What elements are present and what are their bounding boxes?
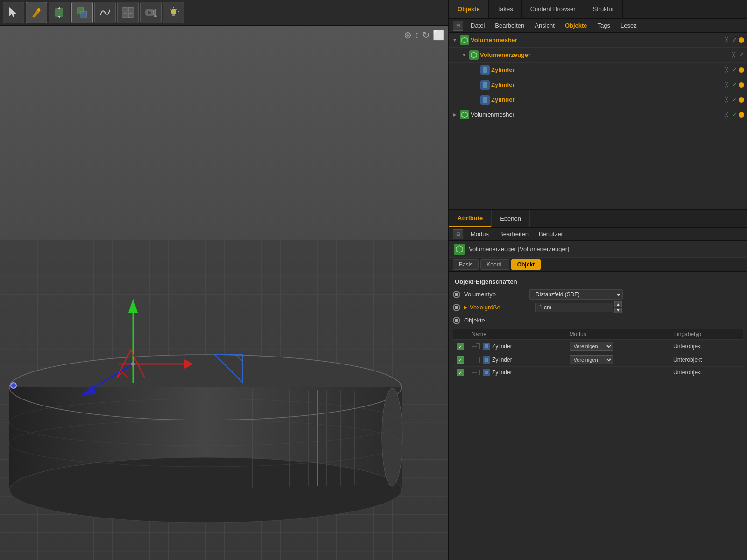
tab-struktur[interactable]: Struktur [584, 0, 623, 18]
tree-row-volumenmesher-2[interactable]: ▶ Volumenmesher ╳ ✓ [449, 107, 747, 122]
tool-rotate-cube[interactable] [71, 2, 93, 23]
tab-objekte[interactable]: Objekte [449, 0, 489, 18]
modus-select-2[interactable]: Vereinigen Subtrahieren Schneiden [570, 355, 613, 364]
red-gizmo [112, 345, 149, 383]
sub-tab-koord[interactable]: Koord. [480, 259, 509, 270]
tree-row-zylinder-1[interactable]: Zylinder ╳ ✓ [449, 63, 747, 77]
col-modus: Modus [566, 329, 669, 340]
tree-row-zylinder-2[interactable]: Zylinder ╳ ✓ [449, 77, 747, 92]
prop-input-voxelgroesse[interactable] [535, 303, 613, 312]
tool-light[interactable] [163, 2, 184, 23]
svg-rect-57 [485, 344, 488, 348]
check-icon-1: ✓ [732, 36, 737, 43]
expand-zylinder-2 [472, 81, 479, 89]
tree-actions-2: ╳ ✓ [729, 51, 744, 59]
svg-point-1 [37, 8, 40, 11]
tree-row-volumenmesher-1[interactable]: ▼ Volumenmesher ╳ ✓ [449, 33, 747, 48]
col-eingabetyp: Eingabetyp [669, 329, 743, 340]
object-menu-bar: ⊞ Datei Bearbeiten Ansicht Objekte Tags … [449, 19, 747, 33]
arrow-voxelgroesse: ▶ [464, 305, 468, 310]
svg-marker-50 [462, 37, 467, 43]
checkbox-2[interactable]: ✓ [453, 353, 468, 367]
tool-grid[interactable] [117, 2, 139, 23]
menu-ansicht[interactable]: Ansicht [530, 21, 559, 30]
sub-tab-objekt[interactable]: Objekt [511, 259, 541, 270]
attr-tabs-bar: Attribute Ebenen [449, 210, 747, 228]
check-icon-4: ✓ [732, 81, 737, 88]
checkbox-1[interactable]: ✓ [453, 340, 468, 353]
cross-icon-3: ╳ [722, 66, 731, 74]
prop-value-volumentyp[interactable]: Distanzfeld (SDF) Fog SDF [529, 289, 623, 300]
svg-marker-0 [9, 7, 16, 17]
svg-marker-3 [58, 7, 61, 9]
tree-actions-1: ╳ ✓ [722, 36, 744, 44]
check-icon-2: ✓ [739, 51, 744, 58]
icon-zylinder-2 [480, 80, 490, 90]
top-tabs-bar: Objekte Takes Content Browser Struktur [449, 0, 747, 19]
tool-select[interactable] [3, 2, 24, 23]
dot-5 [739, 97, 744, 103]
svg-marker-13 [154, 9, 156, 16]
svg-marker-48 [215, 355, 243, 383]
tool-move-cube[interactable] [49, 2, 70, 23]
tree-row-volumenerzeuger[interactable]: ▼ Volumenerzeuger ╳ ✓ [449, 48, 747, 63]
expand-zylinder-1 [472, 66, 479, 74]
attr-menu-bearbeiten[interactable]: Bearbeiten [494, 230, 533, 238]
svg-rect-9 [123, 13, 127, 18]
attr-menu-benutzer[interactable]: Benutzer [534, 230, 568, 238]
expand-volumenmesher-1[interactable]: ▼ [451, 36, 458, 44]
spinner-up[interactable]: ▲ [614, 301, 622, 307]
svg-marker-40 [128, 299, 138, 313]
viewport[interactable]: ⊕ ↕ ↻ ⬜ [0, 26, 448, 560]
menu-bearbeiten[interactable]: Bearbeiten [490, 21, 529, 30]
menu-objekte[interactable]: Objekte [560, 21, 592, 30]
obj-name-3: Zylinder [468, 367, 566, 378]
icon-zylinder-3 [480, 95, 490, 105]
obj-modus-2: Vereinigen Subtrahieren Schneiden [566, 353, 669, 367]
attr-menu-modus[interactable]: Modus [466, 230, 493, 238]
dot-1 [739, 37, 744, 43]
scene-tree: ▼ Volumenmesher ╳ ✓ ▼ Volumenerzeuger ╳ … [449, 33, 747, 210]
tab-content-browser[interactable]: Content Browser [522, 0, 585, 18]
expand-volumenmesher-2[interactable]: ▶ [451, 111, 458, 119]
prop-row-objekte: Objekte. . . . . [449, 314, 747, 327]
check-icon-3: ✓ [732, 66, 737, 73]
dot-6 [739, 112, 744, 118]
viewport-controls: ⊕ ↕ ↻ ⬜ [404, 29, 444, 41]
prop-radio-voxelgroesse[interactable] [453, 304, 460, 311]
attr-tab-attribute[interactable]: Attribute [449, 210, 492, 227]
attribute-panel: Attribute Ebenen ⊞ Modus Bearbeiten Benu… [449, 210, 747, 560]
checkbox-3[interactable]: ✓ [453, 367, 468, 378]
right-panel: Objekte Takes Content Browser Struktur ⊞… [448, 0, 747, 560]
tree-actions-6: ╳ ✓ [722, 111, 744, 119]
svg-rect-2 [56, 9, 63, 16]
icon-volumenerzeuger [469, 50, 479, 60]
obj-header-icon [454, 244, 465, 255]
col-name: Name [468, 329, 566, 340]
prop-radio-volumentyp[interactable] [453, 291, 460, 298]
prop-label-voxelgroesse: Voxelgröße [470, 304, 535, 311]
tool-camera[interactable] [140, 2, 162, 23]
attr-tab-ebenen[interactable]: Ebenen [492, 210, 530, 227]
obj-header: Volumenerzeuger [Volumenerzeuger] [449, 241, 747, 258]
svg-marker-56 [456, 246, 463, 252]
svg-rect-8 [128, 7, 133, 12]
tool-pen[interactable] [26, 2, 47, 23]
section-title: Objekt-Eigenschaften [449, 275, 747, 288]
sub-tab-basis[interactable]: Basis [453, 259, 479, 270]
icon-zylinder-1 [480, 65, 490, 75]
tree-row-zylinder-3[interactable]: Zylinder ╳ ✓ [449, 92, 747, 107]
menu-datei[interactable]: Datei [466, 21, 489, 30]
svg-rect-54 [483, 97, 487, 103]
expand-volumenerzeuger[interactable]: ▼ [460, 51, 468, 59]
svg-rect-58 [485, 358, 488, 362]
tab-takes[interactable]: Takes [489, 0, 522, 18]
modus-select-1[interactable]: Vereinigen Subtrahieren Schneiden [570, 342, 613, 351]
spinner-down[interactable]: ▼ [614, 308, 622, 313]
menu-lesez[interactable]: Lesez [616, 21, 641, 30]
prop-radio-objekte[interactable] [453, 317, 460, 324]
tool-nurbs[interactable] [94, 2, 116, 23]
menu-tags[interactable]: Tags [593, 21, 615, 30]
svg-marker-51 [471, 52, 477, 58]
obj-eingabetyp-1: Unterobjekt [669, 340, 743, 353]
